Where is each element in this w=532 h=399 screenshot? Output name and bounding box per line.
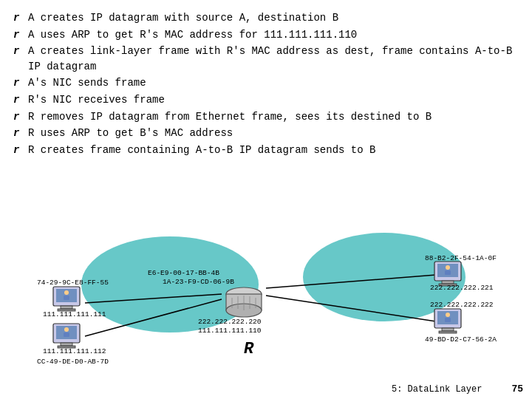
list-item: r R creates frame containing A-to-B IP d… — [13, 143, 519, 159]
node-a-ip: 111.111.111.111 — [43, 310, 106, 318]
node-d-mac: 49-BD-D2-C7-56-2A — [425, 335, 497, 344]
bullet-marker: r — [13, 126, 24, 142]
router-mac1: E6-E9-00-17-BB-4B — [148, 269, 219, 277]
bullet-text: R creates frame containing A-to-B IP dat… — [28, 143, 375, 158]
bullet-text: A creates link-layer frame with R's MAC … — [28, 44, 519, 75]
router-ip2: 111.111.111.110 — [198, 327, 262, 335]
bullet-marker: r — [13, 44, 24, 60]
list-item: r A's NIC sends frame — [13, 75, 519, 92]
bullet-marker: r — [13, 109, 24, 126]
bullet-text: R's NIC receives frame — [28, 92, 165, 108]
node-c-ip: 111.111.111.112 — [43, 347, 106, 355]
list-item: r R removes IP datagram from Ethernet fr… — [13, 109, 519, 126]
footer-section-label: 5: DataLink Layer — [392, 384, 482, 395]
bullet-marker: r — [13, 75, 24, 92]
node-d-ip: 222.222.222.222 — [430, 301, 494, 309]
bullet-marker: r — [13, 10, 24, 27]
svg-rect-35 — [439, 331, 457, 333]
svg-rect-37 — [445, 318, 451, 322]
footer: 5: DataLink Layer 75 — [392, 383, 523, 395]
network-diagram: 74-29-9C-E8-FF-55 111.111.111.111 111.11… — [0, 214, 532, 369]
svg-rect-17 — [64, 332, 69, 337]
content-area: r A creates IP datagram with source A, d… — [0, 0, 532, 159]
bullet-text: A creates IP datagram with source A, des… — [28, 10, 338, 26]
list-item: r A uses ARP to get R's MAC address for … — [13, 27, 519, 44]
bullet-marker: r — [13, 143, 24, 159]
bullet-marker: r — [13, 27, 24, 44]
svg-rect-8 — [61, 306, 72, 309]
bullet-text: A uses ARP to get R's MAC address for 11… — [28, 27, 357, 43]
node-c-mac: CC-49-DE-D0-AB-7D — [37, 358, 109, 366]
bullet-marker: r — [13, 92, 24, 109]
bullet-text: A's NIC sends frame — [28, 75, 146, 91]
footer-page-number: 75 — [511, 383, 523, 395]
list-item: r R's NIC receives frame — [13, 92, 519, 109]
node-a-mac: 74-29-9C-E8-FF-55 — [37, 279, 109, 287]
router-label: R — [244, 340, 254, 358]
network-svg: 74-29-9C-E8-FF-55 111.111.111.111 111.11… — [0, 214, 532, 369]
svg-point-30 — [446, 265, 450, 270]
svg-rect-34 — [442, 328, 454, 331]
svg-point-36 — [446, 313, 450, 317]
node-b-ip: 222.222.222.221 — [430, 284, 494, 292]
svg-rect-31 — [445, 270, 451, 275]
bullet-text: R uses ARP to get B's MAC address — [28, 126, 233, 141]
router-mac2: 1A-23-F9-CD-06-9B — [163, 278, 234, 286]
bullet-list: r A creates IP datagram with source A, d… — [13, 10, 519, 159]
list-item: r A creates link-layer frame with R's MA… — [13, 44, 519, 75]
svg-point-10 — [64, 290, 69, 295]
svg-rect-14 — [61, 343, 72, 346]
svg-point-16 — [64, 327, 69, 332]
svg-rect-11 — [64, 296, 69, 300]
bullet-text: R removes IP datagram from Ethernet fram… — [28, 109, 432, 125]
list-item: r R uses ARP to get B's MAC address — [13, 126, 519, 142]
node-b-mac: 88-B2-2F-54-1A-0F — [425, 254, 497, 262]
router-ip: 222.222.222.220 — [198, 318, 262, 326]
list-item: r A creates IP datagram with source A, d… — [13, 10, 519, 27]
